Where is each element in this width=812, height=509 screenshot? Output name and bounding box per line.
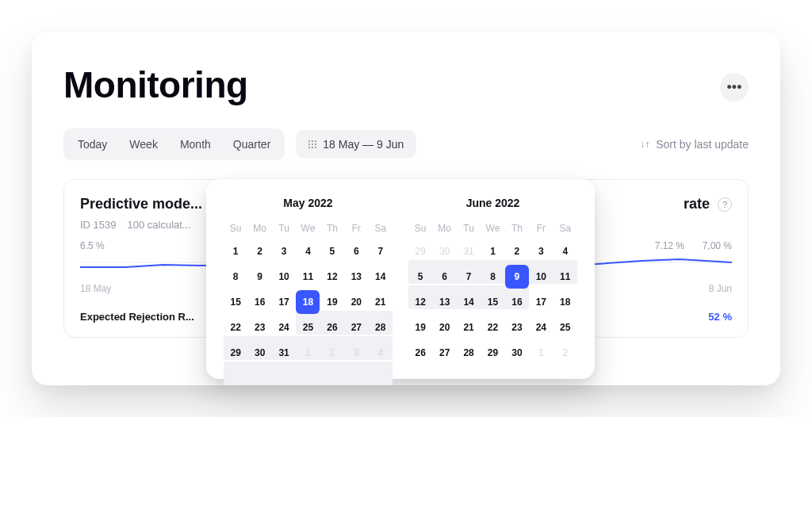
more-button[interactable]: ••• xyxy=(720,73,749,101)
calendar-month-june: June 2022 SuMoTuWeThFrSa2930311234567891… xyxy=(408,197,577,365)
dow-label: Th xyxy=(320,219,344,238)
day-cell[interactable]: 12 xyxy=(408,290,432,314)
day-cell[interactable]: 29 xyxy=(481,341,504,365)
tab-quarter[interactable]: Quarter xyxy=(222,132,282,157)
day-cell[interactable]: 12 xyxy=(320,265,344,289)
tab-week[interactable]: Week xyxy=(118,132,169,157)
page-title: Monitoring xyxy=(63,63,248,106)
day-cell[interactable]: 6 xyxy=(432,265,456,289)
day-cell[interactable]: 16 xyxy=(505,290,529,314)
day-cell[interactable]: 18 xyxy=(296,290,320,314)
day-cell[interactable]: 30 xyxy=(247,341,271,365)
day-cell[interactable]: 21 xyxy=(457,316,481,339)
day-cell[interactable]: 7 xyxy=(457,265,481,289)
day-cell[interactable]: 22 xyxy=(481,316,504,339)
day-cell[interactable]: 5 xyxy=(408,265,432,289)
day-cell[interactable]: 4 xyxy=(553,239,577,263)
value-right-1: 7.12 % xyxy=(655,240,684,251)
day-muted[interactable]: 4 xyxy=(369,341,393,365)
dow-label: Sa xyxy=(553,219,577,238)
dow-label: Sa xyxy=(369,219,393,238)
day-cell[interactable]: 3 xyxy=(272,239,296,263)
dow-label: Su xyxy=(408,219,432,238)
day-cell[interactable]: 15 xyxy=(481,290,504,314)
day-cell[interactable]: 27 xyxy=(344,316,368,339)
day-cell[interactable]: 18 xyxy=(553,290,577,314)
day-cell[interactable]: 8 xyxy=(481,265,504,289)
day-cell[interactable]: 24 xyxy=(272,316,296,339)
calendar-month-may: May 2022 SuMoTuWeThFrSa12345678910111213… xyxy=(224,197,393,365)
day-cell[interactable]: 25 xyxy=(553,316,577,339)
app-window: Monitoring ••• Today Week Month Quarter … xyxy=(32,32,780,385)
tab-month[interactable]: Month xyxy=(169,132,222,157)
day-cell[interactable]: 20 xyxy=(344,290,368,314)
day-cell[interactable]: 19 xyxy=(408,316,432,339)
day-muted[interactable]: 30 xyxy=(432,239,456,263)
day-cell[interactable]: 23 xyxy=(505,316,529,339)
day-cell[interactable]: 13 xyxy=(432,290,456,314)
day-muted[interactable]: 1 xyxy=(296,341,320,365)
day-cell[interactable]: 15 xyxy=(224,290,247,314)
day-cell[interactable]: 13 xyxy=(344,265,368,289)
sort-button[interactable]: ↓↑ Sort by last update xyxy=(640,138,749,151)
dow-label: Fr xyxy=(344,219,368,238)
day-muted[interactable]: 3 xyxy=(344,341,368,365)
day-cell[interactable]: 31 xyxy=(272,341,296,365)
date-range-chip[interactable]: 18 May — 9 Jun xyxy=(296,130,416,159)
day-cell[interactable]: 17 xyxy=(272,290,296,314)
month-title: May 2022 xyxy=(224,197,393,209)
day-cell[interactable]: 4 xyxy=(296,239,320,263)
day-cell[interactable]: 9 xyxy=(505,265,529,289)
date-range-popover: May 2022 SuMoTuWeThFrSa12345678910111213… xyxy=(206,179,595,379)
day-cell[interactable]: 30 xyxy=(505,341,529,365)
day-cell[interactable]: 17 xyxy=(529,290,553,314)
day-cell[interactable]: 16 xyxy=(247,290,271,314)
card-footer-value: 52 % xyxy=(708,311,732,323)
month-title: June 2022 xyxy=(408,197,577,209)
value-right-2: 7,00 % xyxy=(703,240,732,251)
day-cell[interactable]: 21 xyxy=(369,290,393,314)
card-id: ID 1539 xyxy=(80,219,117,231)
day-cell[interactable]: 14 xyxy=(457,290,481,314)
day-cell[interactable]: 25 xyxy=(296,316,320,339)
day-cell[interactable]: 2 xyxy=(505,239,529,263)
day-cell[interactable]: 2 xyxy=(247,239,271,263)
day-muted[interactable]: 1 xyxy=(529,341,553,365)
ellipsis-icon: ••• xyxy=(727,79,742,96)
day-cell[interactable]: 9 xyxy=(247,265,271,289)
day-cell[interactable]: 24 xyxy=(529,316,553,339)
day-cell[interactable]: 5 xyxy=(320,239,344,263)
dow-label: Mo xyxy=(247,219,271,238)
dow-label: We xyxy=(296,219,320,238)
day-cell[interactable]: 29 xyxy=(224,341,247,365)
day-cell[interactable]: 28 xyxy=(457,341,481,365)
day-cell[interactable]: 22 xyxy=(224,316,247,339)
dow-label: Su xyxy=(224,219,247,238)
day-cell[interactable]: 1 xyxy=(481,239,504,263)
day-muted[interactable]: 31 xyxy=(457,239,481,263)
day-muted[interactable]: 2 xyxy=(320,341,344,365)
help-icon[interactable]: ? xyxy=(718,197,732,212)
day-cell[interactable]: 11 xyxy=(553,265,577,289)
day-muted[interactable]: 2 xyxy=(553,341,577,365)
day-cell[interactable]: 1 xyxy=(224,239,247,263)
day-cell[interactable]: 3 xyxy=(529,239,553,263)
day-cell[interactable]: 26 xyxy=(320,316,344,339)
day-cell[interactable]: 20 xyxy=(432,316,456,339)
day-muted[interactable]: 29 xyxy=(408,239,432,263)
day-cell[interactable]: 7 xyxy=(369,239,393,263)
tab-today[interactable]: Today xyxy=(67,132,118,157)
day-cell[interactable]: 14 xyxy=(369,265,393,289)
page-header: Monitoring ••• xyxy=(63,63,749,106)
day-cell[interactable]: 19 xyxy=(320,290,344,314)
day-cell[interactable]: 23 xyxy=(247,316,271,339)
day-cell[interactable]: 10 xyxy=(529,265,553,289)
day-cell[interactable]: 8 xyxy=(224,265,247,289)
day-cell[interactable]: 27 xyxy=(432,341,456,365)
day-cell[interactable]: 10 xyxy=(272,265,296,289)
day-cell[interactable]: 28 xyxy=(369,316,393,339)
range-tabs: Today Week Month Quarter xyxy=(63,128,285,160)
day-cell[interactable]: 11 xyxy=(296,265,320,289)
day-cell[interactable]: 6 xyxy=(344,239,368,263)
day-cell[interactable]: 26 xyxy=(408,341,432,365)
